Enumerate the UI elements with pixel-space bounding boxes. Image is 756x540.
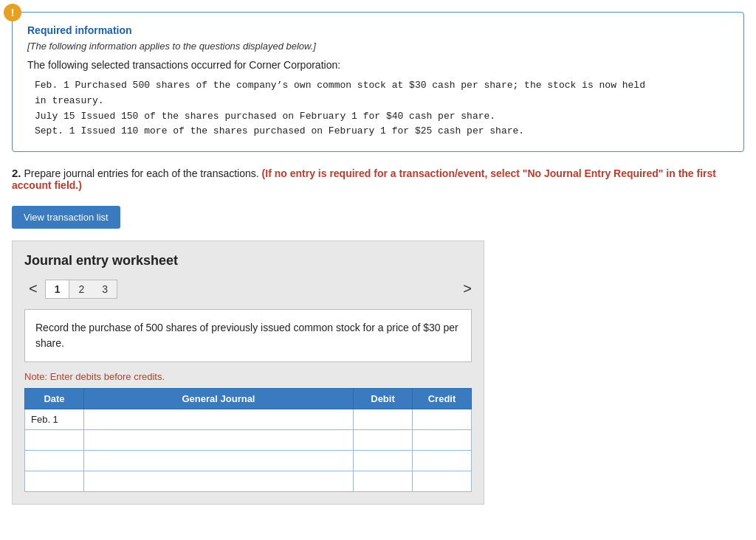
date-cell-1: Feb. 1 xyxy=(25,409,84,430)
info-transactions: Feb. 1 Purchased 500 shares of the compa… xyxy=(35,78,729,139)
journal-table: Date General Journal Debit Credit Feb. 1 xyxy=(24,388,472,492)
date-cell-2 xyxy=(25,430,84,451)
view-transaction-button[interactable]: View transaction list xyxy=(12,206,120,229)
credit-input-cell-1[interactable] xyxy=(413,409,472,430)
description-box: Record the purchase of 500 shares of pre… xyxy=(24,309,472,362)
date-cell-3 xyxy=(25,451,84,471)
credit-input-cell-2[interactable] xyxy=(413,430,472,451)
debit-input-cell-3[interactable] xyxy=(354,451,413,471)
table-row xyxy=(25,471,472,492)
credit-input-4[interactable] xyxy=(413,471,471,491)
credit-input-1[interactable] xyxy=(413,409,471,429)
worksheet-container: Journal entry worksheet < 1 2 3 > Record… xyxy=(12,240,484,505)
nav-tabs: 1 2 3 xyxy=(45,280,117,299)
info-title: Required information xyxy=(27,24,729,36)
debit-input-4[interactable] xyxy=(354,471,412,491)
transaction-line-3: July 15 Issued 150 of the shares purchas… xyxy=(35,109,729,125)
description-text: Record the purchase of 500 shares of pre… xyxy=(35,322,458,349)
debit-input-2[interactable] xyxy=(354,430,412,450)
journal-input-cell-3[interactable] xyxy=(84,451,354,471)
alert-icon: ! xyxy=(4,4,21,21)
transaction-line-2: in treasury. xyxy=(35,94,729,109)
info-subtitle: [The following information applies to th… xyxy=(27,41,729,52)
question-section: 2. Prepare journal entries for each of t… xyxy=(12,167,744,191)
question-text: Prepare journal entries for each of the … xyxy=(24,167,261,179)
nav-right-button[interactable]: > xyxy=(463,280,472,297)
nav-left-button[interactable]: < xyxy=(24,279,42,299)
header-date: Date xyxy=(25,389,84,409)
transaction-line-4: Sept. 1 Issued 110 more of the shares pu… xyxy=(35,124,729,139)
debit-input-1[interactable] xyxy=(354,409,412,429)
info-box: ! Required information [The following in… xyxy=(12,12,744,152)
table-row: Feb. 1 xyxy=(25,409,472,430)
credit-input-3[interactable] xyxy=(413,451,471,471)
nav-row: < 1 2 3 > xyxy=(24,279,472,299)
credit-input-cell-3[interactable] xyxy=(413,451,472,471)
note-text: Note: Enter debits before credits. xyxy=(24,371,472,382)
journal-input-cell-4[interactable] xyxy=(84,471,354,492)
journal-input-4[interactable] xyxy=(84,471,353,491)
date-cell-4 xyxy=(25,471,84,492)
header-credit: Credit xyxy=(413,389,472,409)
transaction-line-1: Feb. 1 Purchased 500 shares of the compa… xyxy=(35,78,729,94)
table-row xyxy=(25,451,472,471)
nav-tab-1[interactable]: 1 xyxy=(46,280,70,298)
info-intro: The following selected transactions occu… xyxy=(27,59,729,71)
table-row xyxy=(25,430,472,451)
question-paragraph: 2. Prepare journal entries for each of t… xyxy=(12,167,744,191)
credit-input-2[interactable] xyxy=(413,430,471,450)
journal-input-1[interactable] xyxy=(84,409,353,429)
journal-input-3[interactable] xyxy=(84,451,353,471)
nav-tab-3[interactable]: 3 xyxy=(93,280,117,298)
header-journal: General Journal xyxy=(84,389,354,409)
question-number: 2. xyxy=(12,167,21,179)
journal-input-cell-2[interactable] xyxy=(84,430,354,451)
debit-input-cell-4[interactable] xyxy=(354,471,413,492)
header-debit: Debit xyxy=(354,389,413,409)
journal-input-cell-1[interactable] xyxy=(84,409,354,430)
credit-input-cell-4[interactable] xyxy=(413,471,472,492)
worksheet-title: Journal entry worksheet xyxy=(24,253,472,269)
debit-input-cell-2[interactable] xyxy=(354,430,413,451)
debit-input-3[interactable] xyxy=(354,451,412,471)
debit-input-cell-1[interactable] xyxy=(354,409,413,430)
journal-input-2[interactable] xyxy=(84,430,353,450)
nav-tab-2[interactable]: 2 xyxy=(69,280,93,298)
